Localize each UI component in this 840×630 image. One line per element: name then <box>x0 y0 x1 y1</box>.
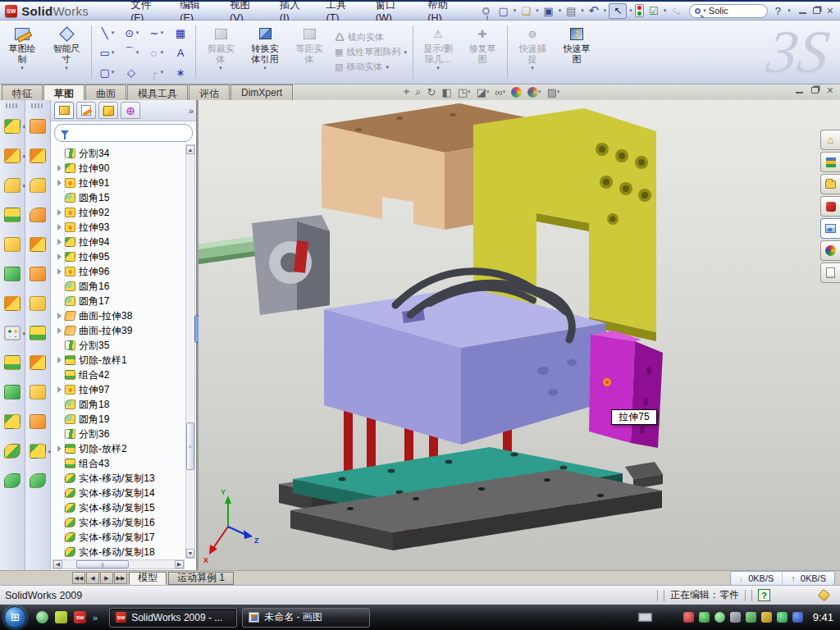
text-tool[interactable]: A <box>168 47 193 59</box>
loft-icon[interactable] <box>30 208 46 222</box>
solidworks-quicklaunch-icon[interactable]: SW <box>74 611 86 623</box>
repair-sketch-button[interactable]: ✚ 修复草 图 <box>460 21 504 84</box>
line-tool[interactable]: ╲▾ <box>94 27 119 39</box>
polygon-tool[interactable]: ◇ <box>119 66 144 79</box>
linear-pattern-icon[interactable]: ▾ <box>4 326 21 340</box>
antivirus-tray-icon[interactable] <box>683 612 694 623</box>
quick-tips-icon[interactable]: ? <box>758 589 770 601</box>
smart-dimension-button[interactable]: 智能尺 寸▾ <box>44 21 89 84</box>
display-style-icon[interactable]: ◪▾ <box>477 86 490 98</box>
tree-item[interactable]: 拉伸95 <box>51 249 196 264</box>
save-icon[interactable]: ▣ <box>541 3 556 18</box>
move-body-icon[interactable] <box>4 444 21 459</box>
tree-item[interactable]: 圆角16 <box>51 279 196 294</box>
input-method-icon[interactable] <box>638 613 652 622</box>
spline-tool[interactable]: ∼▾ <box>144 27 168 39</box>
expand-arrow-icon[interactable] <box>57 445 62 452</box>
doc-restore-icon[interactable] <box>811 87 819 94</box>
arc-tool[interactable]: ⌒▾ <box>119 45 144 60</box>
tree-item[interactable]: 实体-移动/复制14 <box>51 486 196 500</box>
model-tab[interactable]: 模型 <box>129 572 167 585</box>
tree-item[interactable]: 实体-移动/复制18 <box>51 545 196 559</box>
expand-arrow-icon[interactable] <box>57 386 62 393</box>
dome-icon[interactable] <box>30 414 46 429</box>
design-library-button[interactable] <box>820 152 840 172</box>
featuremanager-tab[interactable] <box>54 102 74 119</box>
volume-tray-icon[interactable] <box>730 612 741 623</box>
taskbar-clock[interactable]: 9:41 <box>813 611 833 623</box>
zoom-area-icon[interactable]: ⌕ <box>415 85 421 98</box>
dimxpertmanager-tab[interactable]: ⊕ <box>121 102 140 119</box>
combine-icon[interactable] <box>4 355 21 370</box>
scroll-down-icon[interactable]: ▼ <box>186 549 194 558</box>
draft2-icon[interactable] <box>30 267 46 281</box>
save-dropdown-icon[interactable]: ▾ <box>559 7 562 14</box>
rectangle-tool[interactable]: ▭▾ <box>94 47 119 59</box>
hole-wizard-icon[interactable] <box>4 296 21 311</box>
parting-line-icon[interactable] <box>30 148 46 163</box>
mirror-feature-icon[interactable] <box>30 385 46 399</box>
select-tool-button[interactable]: ↖ <box>609 3 627 19</box>
messenger-icon[interactable] <box>36 611 48 623</box>
ellipse-tool[interactable]: ◌▾ <box>144 47 168 59</box>
curve-icon[interactable] <box>4 473 21 488</box>
print-dropdown-icon[interactable]: ▾ <box>581 7 584 14</box>
expand-arrow-icon[interactable] <box>57 180 62 186</box>
sketch-fillet-tool[interactable]: ┌▾ <box>144 66 168 79</box>
tree-item[interactable]: 分割35 <box>51 338 196 353</box>
options-icon[interactable]: ☑ <box>646 3 661 18</box>
configurationmanager-tab[interactable] <box>98 102 118 119</box>
expand-arrow-icon[interactable] <box>57 209 62 216</box>
restore-icon[interactable] <box>813 7 820 14</box>
circle-tool[interactable]: ⊙▾ <box>119 27 144 39</box>
close-icon[interactable]: × <box>827 7 833 15</box>
scroll-up-icon[interactable]: ▲ <box>186 145 194 154</box>
options-dropdown-icon[interactable]: ▾ <box>664 7 667 14</box>
expand-arrow-icon[interactable] <box>57 313 62 319</box>
minimize-icon[interactable] <box>799 7 806 14</box>
tree-item[interactable]: 分割36 <box>51 427 196 441</box>
badge-tray-icon[interactable] <box>714 612 725 623</box>
tree-vertical-scrollbar[interactable]: ▲ ≡ ▼ <box>185 144 195 559</box>
revolved-cut-icon[interactable] <box>4 267 21 281</box>
rebuild-icon[interactable] <box>635 4 644 17</box>
tree-item[interactable]: 实体-移动/复制16 <box>51 515 196 530</box>
tree-item[interactable]: 拉伸91 <box>51 176 196 190</box>
custom-properties-button[interactable] <box>820 262 840 283</box>
scroll-right-icon[interactable]: ▶ <box>175 560 184 568</box>
bushing-part[interactable] <box>252 215 330 315</box>
quicklaunch-app-icon[interactable] <box>55 611 67 623</box>
network-speed-widget[interactable]: ↓0KB/S ↑0KB/S <box>730 571 835 586</box>
tags-icon[interactable] <box>818 589 830 601</box>
quick-snaps-button[interactable]: ⊚ 快速捕 捉▾ <box>510 21 555 84</box>
move-entities-button[interactable]: ▧移动实体▾ <box>335 61 407 73</box>
toolbar-drag-handle[interactable] <box>6 103 19 108</box>
search-dropdown-icon[interactable]: ▾ <box>703 7 706 14</box>
tree-item[interactable]: 分割34 <box>51 146 196 161</box>
display-delete-relations-button[interactable]: ⚠ 显示/删 除几...▾ <box>416 21 460 84</box>
tree-item[interactable]: 拉伸97 <box>51 382 196 397</box>
horizontal-scroll-thumb[interactable]: ⦀ <box>76 560 129 568</box>
tree-item[interactable]: 拉伸94 <box>51 235 196 249</box>
shell-icon[interactable] <box>30 237 46 252</box>
chamfer-icon[interactable] <box>4 208 21 222</box>
prev-tab-icon[interactable]: ◀ <box>86 572 99 584</box>
tree-item[interactable]: 圆角18 <box>51 397 196 412</box>
view-orientation-icon[interactable]: ◳▾ <box>458 86 471 98</box>
new-document-icon[interactable]: ▢ <box>496 3 511 18</box>
offset-entities-button[interactable]: 等距实 体 <box>287 21 331 84</box>
tree-item[interactable]: 拉伸90 <box>51 161 196 176</box>
update-tray-icon[interactable] <box>746 612 756 623</box>
surface-icon[interactable] <box>30 326 46 340</box>
tree-item[interactable]: 拉伸93 <box>51 220 196 235</box>
sketch-button[interactable]: 草图绘 制▾ <box>0 21 44 84</box>
tab-surfaces[interactable]: 曲面 <box>85 84 126 100</box>
tree-item[interactable]: 曲面-拉伸39 <box>51 323 196 338</box>
open-dropdown-icon[interactable]: ▾ <box>536 7 539 14</box>
extruded-cut-icon[interactable]: ▾ <box>4 148 21 163</box>
tab-features[interactable]: 特征 <box>2 84 43 100</box>
scroll-left-icon[interactable]: ◀ <box>53 560 62 568</box>
tree-horizontal-scrollbar[interactable]: ◀ ⦀ ▶ <box>52 559 185 569</box>
help-dropdown-icon[interactable]: ▾ <box>788 7 791 14</box>
tree-item[interactable]: 圆角17 <box>51 294 196 308</box>
